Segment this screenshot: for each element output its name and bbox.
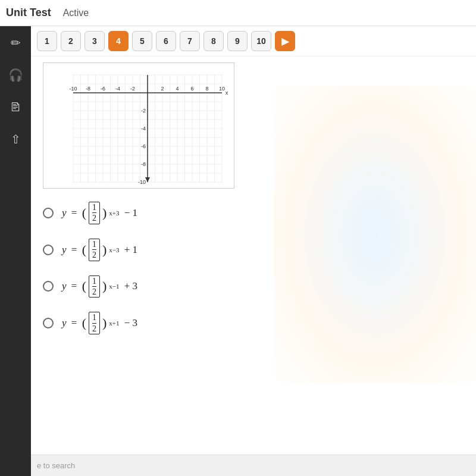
tab-btn-5[interactable]: 5: [132, 31, 152, 51]
page-title: Unit Test: [6, 7, 51, 19]
math-expr-a: y = ( 1 2 ) x+3 − 1: [62, 202, 137, 224]
math-expr-b: y = ( 1 2 ) x−3 + 1: [62, 239, 137, 261]
headphones-icon[interactable]: 🎧: [5, 64, 26, 86]
answer-choice-b: y = ( 1 2 ) x−3 + 1: [43, 239, 464, 261]
radio-b[interactable]: [43, 245, 54, 255]
header-bar: Unit Test Active: [0, 0, 476, 26]
answer-choice-d: y = ( 1 2 ) x+1 − 3: [43, 312, 464, 334]
tab-btn-2[interactable]: 2: [61, 31, 81, 51]
answer-choice-c: y = ( 1 2 ) x−1 + 3: [43, 275, 464, 298]
question-content: y = ( 1 2 ) x+3 − 1 y = (: [31, 57, 476, 355]
tab-btn-1[interactable]: 1: [37, 31, 57, 51]
radio-c[interactable]: [43, 281, 54, 292]
radio-a[interactable]: [43, 208, 54, 218]
upload-icon[interactable]: ⇧: [5, 129, 26, 150]
status-badge: Active: [63, 8, 89, 18]
calculator-icon[interactable]: 🖹: [5, 96, 26, 118]
tab-btn-10[interactable]: 10: [251, 31, 271, 51]
tab-btn-3[interactable]: 3: [84, 31, 105, 51]
radio-d[interactable]: [43, 318, 54, 328]
question-tabs: 12345678910▶: [31, 26, 476, 57]
tab-btn-7[interactable]: 7: [180, 31, 200, 51]
math-expr-c: y = ( 1 2 ) x−1 + 3: [62, 275, 137, 298]
coordinate-graph: [43, 62, 234, 189]
graph-container: [43, 62, 234, 191]
tab-btn-6[interactable]: 6: [156, 31, 176, 51]
tab-btn-8[interactable]: 8: [203, 31, 224, 51]
bottom-search-bar: e to search: [31, 455, 476, 476]
tab-btn-4[interactable]: 4: [108, 31, 129, 51]
tab-btn-9[interactable]: 9: [227, 31, 248, 51]
answer-choice-a: y = ( 1 2 ) x+3 − 1: [43, 202, 464, 224]
pencil-icon[interactable]: ✏: [5, 32, 26, 54]
sidebar: ✏ 🎧 🖹 ⇧: [0, 26, 31, 476]
next-tab-arrow[interactable]: ▶: [275, 31, 295, 51]
math-expr-d: y = ( 1 2 ) x+1 − 3: [62, 312, 137, 334]
main-content: 12345678910▶ y = ( 1 2 ) x+3: [31, 26, 476, 476]
answer-choices: y = ( 1 2 ) x+3 − 1 y = (: [43, 202, 464, 334]
search-hint: e to search: [37, 461, 75, 470]
